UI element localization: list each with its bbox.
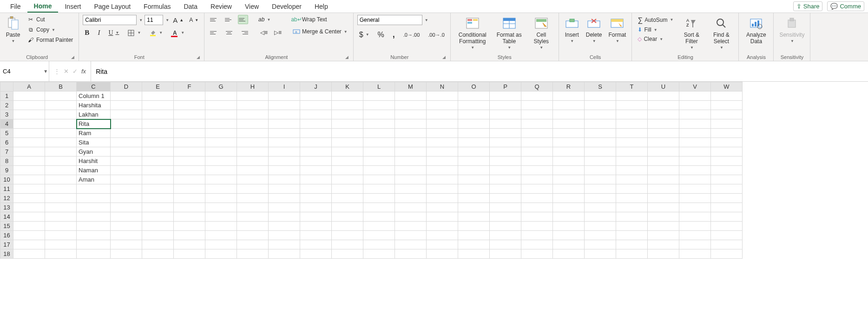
cell-S9[interactable] [585,166,616,175]
tab-view[interactable]: View [238,1,265,12]
conditional-formatting-button[interactable]: Conditional Formatting▼ [454,15,491,51]
cell-J6[interactable] [300,138,332,147]
cell-H2[interactable] [237,101,269,110]
cell-L9[interactable] [363,166,395,175]
cell-W16[interactable] [711,231,743,240]
cell-E18[interactable] [142,249,174,259]
cell-D12[interactable] [111,194,142,203]
cell-F2[interactable] [174,101,205,110]
cell-W8[interactable] [711,157,743,166]
dialog-launcher-icon[interactable]: ◢ [345,55,349,59]
cell-V6[interactable] [679,138,711,147]
cell-B16[interactable] [45,231,77,240]
cell-M5[interactable] [395,129,427,138]
cell-J8[interactable] [300,157,332,166]
cell-R18[interactable] [553,249,585,259]
cell-R15[interactable] [553,222,585,231]
cell-I6[interactable] [269,138,300,147]
cell-T13[interactable] [616,203,648,212]
cell-Q2[interactable] [521,101,553,110]
cell-B3[interactable] [45,110,77,119]
cell-H17[interactable] [237,240,269,249]
cell-E5[interactable] [142,129,174,138]
format-as-table-button[interactable]: Format as Table▼ [493,15,525,51]
cell-W9[interactable] [711,166,743,175]
cell-I14[interactable] [269,212,300,222]
cell-U5[interactable] [648,129,679,138]
cell-V17[interactable] [679,240,711,249]
cell-M8[interactable] [395,157,427,166]
cell-S1[interactable] [585,92,616,101]
tab-insert[interactable]: Insert [58,1,87,12]
cell-V14[interactable] [679,212,711,222]
cell-G11[interactable] [205,184,237,194]
col-header-N[interactable]: N [427,82,458,92]
cell-K11[interactable] [332,184,363,194]
cell-B2[interactable] [45,101,77,110]
spreadsheet-grid[interactable]: ABCDEFGHIJKLMNOPQRSTUVW1Column 12Harshit… [0,82,868,314]
cell-T10[interactable] [616,175,648,184]
cell-O5[interactable] [458,129,490,138]
name-box-input[interactable] [0,66,42,77]
cell-P3[interactable] [490,110,521,119]
cell-F4[interactable] [174,119,205,129]
col-header-C[interactable]: C [77,82,111,92]
increase-decimal-button[interactable]: .0→.00 [401,31,421,39]
cell-D6[interactable] [111,138,142,147]
cell-A14[interactable] [13,212,45,222]
cell-P12[interactable] [490,194,521,203]
row-header-10[interactable]: 10 [0,175,13,184]
row-header-9[interactable]: 9 [0,166,13,175]
cell-O7[interactable] [458,147,490,157]
cell-N17[interactable] [427,240,458,249]
cell-S8[interactable] [585,157,616,166]
cell-I4[interactable] [269,119,300,129]
cell-E2[interactable] [142,101,174,110]
cell-I15[interactable] [269,222,300,231]
cell-C17[interactable] [77,240,111,249]
dialog-launcher-icon[interactable]: ◢ [196,55,200,59]
cell-styles-button[interactable]: Cell Styles▼ [528,15,555,51]
formula-input[interactable] [96,68,863,75]
cell-U14[interactable] [648,212,679,222]
merge-center-button[interactable]: a Merge & Center ▼ [291,27,349,36]
cell-T17[interactable] [616,240,648,249]
cell-K13[interactable] [332,203,363,212]
cell-U13[interactable] [648,203,679,212]
cell-F18[interactable] [174,249,205,259]
cell-O9[interactable] [458,166,490,175]
col-header-U[interactable]: U [648,82,679,92]
cell-P7[interactable] [490,147,521,157]
cell-K14[interactable] [332,212,363,222]
cell-D16[interactable] [111,231,142,240]
cell-B14[interactable] [45,212,77,222]
cell-O6[interactable] [458,138,490,147]
cell-L17[interactable] [363,240,395,249]
cell-U7[interactable] [648,147,679,157]
cell-T12[interactable] [616,194,648,203]
cell-U8[interactable] [648,157,679,166]
cell-Q5[interactable] [521,129,553,138]
share-button[interactable]: ⇪ Share [793,1,823,11]
cell-G2[interactable] [205,101,237,110]
cell-D13[interactable] [111,203,142,212]
cell-M16[interactable] [395,231,427,240]
cell-F13[interactable] [174,203,205,212]
cancel-icon[interactable]: ✕ [64,68,69,75]
cell-E9[interactable] [142,166,174,175]
cell-J12[interactable] [300,194,332,203]
cell-C12[interactable] [77,194,111,203]
cell-D17[interactable] [111,240,142,249]
cell-M3[interactable] [395,110,427,119]
cell-R11[interactable] [553,184,585,194]
cell-F10[interactable] [174,175,205,184]
cell-W13[interactable] [711,203,743,212]
clear-button[interactable]: ◇Clear▼ [636,35,675,43]
cell-L5[interactable] [363,129,395,138]
col-header-R[interactable]: R [553,82,585,92]
cell-S3[interactable] [585,110,616,119]
cell-Q1[interactable] [521,92,553,101]
cell-I11[interactable] [269,184,300,194]
cell-F1[interactable] [174,92,205,101]
cell-E17[interactable] [142,240,174,249]
